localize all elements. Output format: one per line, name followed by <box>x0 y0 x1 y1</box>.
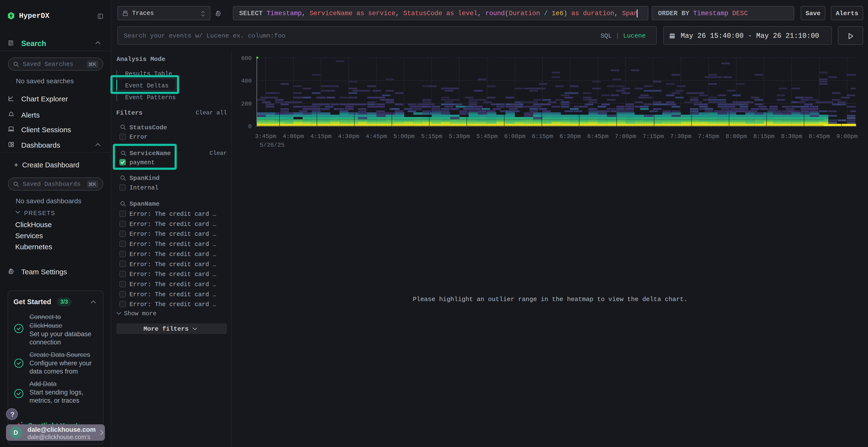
svg-text:5:00pm: 5:00pm <box>394 133 415 140</box>
svg-text:7:30pm: 7:30pm <box>670 133 691 140</box>
svg-text:6:15pm: 6:15pm <box>532 133 553 140</box>
svg-text:7:15pm: 7:15pm <box>643 133 664 140</box>
svg-text:5/26/25: 5/26/25 <box>260 142 284 148</box>
svg-text:4:15pm: 4:15pm <box>310 133 332 140</box>
svg-text:6:45pm: 6:45pm <box>587 133 608 140</box>
svg-text:400: 400 <box>241 78 252 84</box>
svg-text:5:45pm: 5:45pm <box>476 133 498 140</box>
svg-text:8:15pm: 8:15pm <box>753 133 774 140</box>
svg-text:6:30pm: 6:30pm <box>559 133 581 140</box>
svg-text:5:15pm: 5:15pm <box>421 133 442 140</box>
svg-text:0: 0 <box>248 123 252 130</box>
svg-text:5:30pm: 5:30pm <box>449 133 470 140</box>
svg-text:8:30pm: 8:30pm <box>781 133 802 140</box>
svg-text:7:00pm: 7:00pm <box>615 133 636 140</box>
svg-text:8:00pm: 8:00pm <box>725 133 747 140</box>
svg-text:8:45pm: 8:45pm <box>809 133 830 140</box>
svg-text:6:00pm: 6:00pm <box>504 133 525 140</box>
svg-text:200: 200 <box>241 101 252 107</box>
svg-text:4:45pm: 4:45pm <box>366 133 387 140</box>
svg-text:600: 600 <box>241 55 252 62</box>
svg-text:3:45pm: 3:45pm <box>255 133 276 140</box>
svg-text:9:00pm: 9:00pm <box>836 133 858 140</box>
svg-text:4:30pm: 4:30pm <box>338 133 359 140</box>
svg-text:4:00pm: 4:00pm <box>283 133 304 140</box>
svg-text:7:45pm: 7:45pm <box>698 133 719 140</box>
